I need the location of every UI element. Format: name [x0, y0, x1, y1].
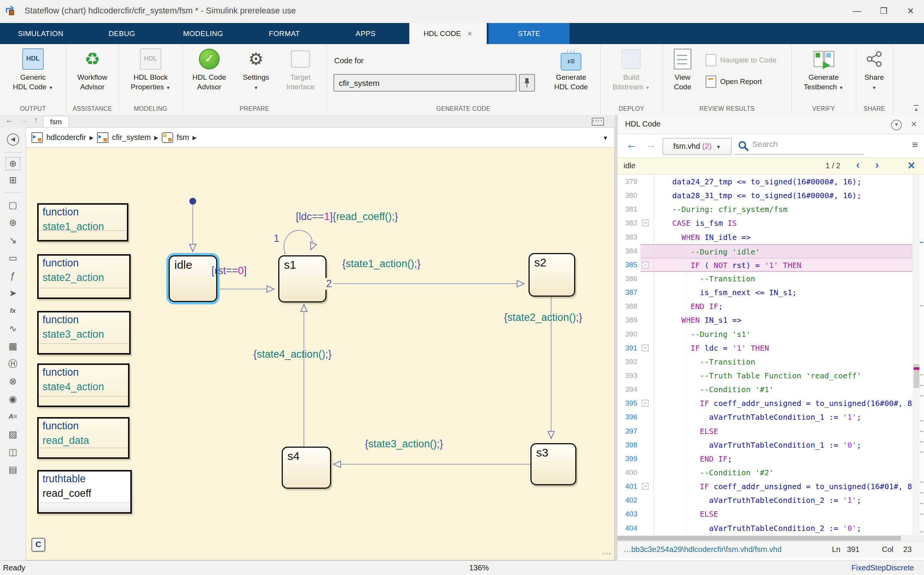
nav-up-icon[interactable]: ↑ [34, 115, 38, 125]
code-back-icon[interactable]: ← [626, 138, 637, 151]
transition-label-action-s4[interactable]: {state4_action();} [253, 348, 332, 360]
graphical-function-icon[interactable]: ➤ [5, 286, 21, 301]
function-block-state4_action[interactable]: functionstate4_action [37, 363, 130, 407]
open-report-button[interactable]: Open Report [706, 76, 762, 88]
tab-modeling[interactable]: MODELING [162, 23, 244, 44]
breadcrumb-item-model[interactable]: hdlcodercfir [46, 133, 86, 142]
image-icon[interactable]: ▨ [5, 427, 21, 442]
pin-button[interactable] [519, 74, 535, 92]
code-line-402: 402aVarTruthTableCondition_2 := '1'; [617, 493, 924, 507]
stateflow-canvas[interactable]: functionstate1_actionfunctionstate2_acti… [26, 148, 615, 560]
fold-toggle-icon[interactable]: − [642, 400, 648, 406]
box-tool-icon[interactable]: ▭ [5, 250, 21, 266]
find-next-icon[interactable]: › [875, 159, 879, 171]
breadcrumb-dropdown-icon[interactable]: ▼ [602, 135, 608, 141]
transition-label-cond-ldc[interactable]: [ldc==1]{read_coeff();} [296, 211, 398, 223]
share-button[interactable]: Share ▼ [851, 47, 897, 93]
code-for-input[interactable]: cfir_system [333, 74, 517, 92]
view-code-button[interactable]: View Code [663, 47, 702, 92]
fold-toggle-icon[interactable]: − [642, 345, 648, 351]
transition-label-cond-rst[interactable]: [rst==0] [212, 265, 247, 277]
file-dropdown[interactable]: fsm.vhd (2) ▼ [663, 138, 732, 155]
history-junction-icon[interactable]: Ⓗ [5, 356, 21, 371]
function-block-read_data[interactable]: functionread_data [37, 417, 130, 459]
junction-spread-icon[interactable]: ⊛ [5, 215, 21, 230]
collapse-ribbon-icon[interactable]: ▲ [914, 105, 919, 112]
open-report-icon [706, 76, 716, 88]
fold-toggle-icon[interactable]: − [642, 220, 648, 226]
minimize-button[interactable]: — [844, 0, 870, 22]
settings-button[interactable]: ⚙ Settings ▼ [233, 47, 279, 93]
camera-icon[interactable]: ◫ [5, 444, 21, 460]
function-block-state3_action[interactable]: functionstate3_action [37, 311, 131, 355]
transition-label-action-s3[interactable]: {state3_action();} [365, 438, 443, 450]
matlab-function-icon[interactable]: fx [5, 303, 21, 319]
tab-state[interactable]: STATE [489, 23, 569, 44]
generate-testbench-button[interactable]: ▶ Generate Testbench ▼ [801, 47, 847, 93]
zoom-select-icon[interactable]: ⊕ [6, 157, 20, 170]
tab-apps[interactable]: APPS [325, 23, 406, 44]
state-s4[interactable]: s4 [282, 447, 331, 489]
generate-hdl-code-button[interactable]: ↓↓↓ ›≡ Generate HDL Code [548, 47, 594, 92]
find-prev-icon[interactable]: ‹ [856, 159, 860, 171]
hdl-code-advisor-button[interactable]: ✓ HDL Code Advisor [186, 47, 232, 92]
action-language-badge[interactable]: C [31, 538, 45, 552]
maximize-button[interactable]: ❐ [870, 0, 897, 22]
state-idle[interactable]: idle [169, 255, 217, 302]
flow-chart-icon[interactable]: ∿ [5, 321, 21, 336]
keyboard-icon[interactable] [592, 118, 604, 126]
panel-hamburger-icon[interactable]: ≡ [912, 140, 918, 150]
state-s3[interactable]: s3 [530, 443, 576, 485]
tab-simulation[interactable]: SIMULATION [0, 23, 81, 44]
function-block-state2_action[interactable]: functionstate2_action [37, 254, 131, 299]
scrollbar-thumb[interactable] [914, 364, 919, 388]
find-close-icon[interactable]: ✕ [907, 160, 916, 172]
tab-format[interactable]: FORMAT [244, 23, 325, 44]
state-tool-icon[interactable]: ▢ [5, 197, 21, 213]
search-input[interactable]: Search [752, 140, 778, 149]
function-block-state1_action[interactable]: functionstate1_action [37, 203, 128, 242]
annotation-icon[interactable]: A≡ [5, 409, 21, 424]
junction-cross-icon[interactable]: ⊗ [5, 374, 21, 389]
status-solver[interactable]: FixedStepDiscrete [852, 564, 914, 572]
code-editor[interactable]: 379data24_27_tmp <= to_signed(16#0000#, … [617, 175, 924, 535]
connective-junction-icon[interactable]: ◉ [5, 391, 21, 407]
function-block-read_coeff[interactable]: truthtableread_coeff [37, 470, 132, 514]
tab-debug[interactable]: DEBUG [81, 23, 162, 44]
panel-close-icon[interactable]: ✕ [911, 120, 917, 129]
simulink-function-icon[interactable]: ƒ [5, 268, 21, 283]
nav-back-icon[interactable]: ← [5, 115, 13, 125]
generic-hdl-code-button[interactable]: HDL Generic HDL Code ▼ [10, 47, 56, 93]
document-tab-fsm[interactable]: fsm [43, 116, 69, 128]
state-s1[interactable]: s1 [278, 255, 327, 302]
navigate-to-code-button[interactable]: Navigate to Code [706, 54, 776, 66]
fold-toggle-icon[interactable]: − [642, 262, 648, 268]
transition-label-priority-2[interactable]: 2 [325, 278, 333, 290]
navigate-up-icon[interactable]: ◀ [7, 133, 19, 146]
tab-close-icon[interactable]: ✕ [467, 30, 473, 38]
transition-label-action-s1[interactable]: {state1_action();} [342, 258, 420, 270]
target-interface-button[interactable]: Target Interface [277, 47, 323, 92]
fold-toggle-icon[interactable]: − [642, 483, 648, 490]
workflow-advisor-button[interactable]: ♻ Workflow Advisor [69, 47, 115, 92]
breadcrumb-item-subsystem[interactable]: cfir_system [112, 133, 151, 142]
transition-label-priority-1[interactable]: 1 [274, 233, 279, 245]
default-transition-icon[interactable]: ↘ [5, 233, 21, 248]
build-bitstream-button[interactable]: Build Bitstream ▼ [608, 47, 654, 93]
panel-menu-icon[interactable]: ▼ [891, 120, 902, 130]
code-vertical-scrollbar[interactable] [913, 175, 920, 535]
file-path-link[interactable]: …bb3c3e254a29\hdlcodercfir\fsm.vhd/fsm.v… [624, 545, 781, 554]
legend-icon[interactable]: ▤ [5, 462, 21, 477]
scrollbar-thumb[interactable] [617, 536, 901, 540]
tab-hdl-code[interactable]: HDL CODE✕ [409, 23, 487, 44]
code-forward-icon[interactable]: → [645, 138, 656, 151]
nav-forward-icon[interactable]: → [20, 115, 28, 125]
truth-table-icon[interactable]: ▦ [5, 338, 21, 354]
code-horizontal-scrollbar[interactable] [617, 535, 924, 541]
transition-label-action-s2[interactable]: {state2_action();} [504, 312, 582, 324]
close-button[interactable]: ✕ [897, 0, 924, 22]
breadcrumb-item-chart[interactable]: fsm [177, 133, 189, 142]
hdl-block-properties-button[interactable]: HDL HDL Block Properties ▼ [128, 47, 174, 93]
state-s2[interactable]: s2 [528, 253, 575, 297]
fit-to-view-icon[interactable]: ⊞ [5, 172, 21, 188]
